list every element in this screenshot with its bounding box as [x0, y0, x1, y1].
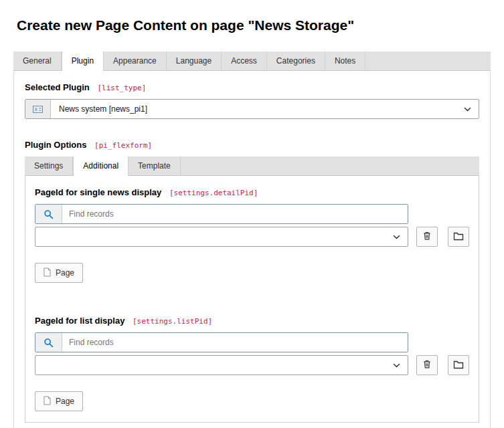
record-select-row: [35, 355, 469, 375]
chevron-down-icon: [386, 233, 408, 241]
field-label-row: PageId for single news display [settings…: [35, 187, 469, 199]
search-icon: [35, 205, 62, 223]
plugin-options-tabbar: Settings Additional Template: [25, 156, 479, 176]
find-records-input[interactable]: [62, 205, 408, 223]
subtab-additional[interactable]: Additional: [73, 156, 129, 175]
create-content-screen: Create new Page Content on page "News St…: [0, 17, 504, 428]
page-button-label: Page: [56, 397, 74, 406]
selected-plugin-value: News system [news_pi1]: [51, 100, 456, 118]
tab-general[interactable]: General: [13, 51, 62, 70]
selected-records-select[interactable]: [35, 227, 408, 247]
record-search-group: [35, 204, 408, 224]
folder-icon: [453, 360, 464, 371]
chevron-down-icon: [386, 361, 408, 370]
tab-language[interactable]: Language: [167, 51, 222, 70]
selected-plugin-code: [list_type]: [97, 84, 146, 92]
selected-plugin-select[interactable]: News system [news_pi1]: [25, 99, 479, 119]
field-code: [settings.listPid]: [133, 317, 212, 326]
main-tabbar: General Plugin Appearance Language Acces…: [13, 51, 491, 71]
selected-plugin-label: Selected Plugin: [25, 82, 90, 92]
record-search-group: [35, 332, 408, 352]
trash-icon: [422, 231, 432, 243]
tab-notes[interactable]: Notes: [325, 51, 365, 70]
page-button[interactable]: Page: [35, 391, 83, 411]
plugin-type-icon: [25, 100, 51, 118]
selected-plugin-label-row: Selected Plugin [list_type]: [25, 82, 479, 94]
tab-appearance[interactable]: Appearance: [104, 51, 167, 70]
find-records-input[interactable]: [62, 333, 408, 352]
trash-icon: [422, 359, 432, 371]
browse-records-button[interactable]: [448, 227, 469, 247]
plugin-options-panel: PageId for single news display [settings…: [25, 176, 479, 423]
tab-categories[interactable]: Categories: [267, 51, 325, 70]
tab-access[interactable]: Access: [222, 51, 267, 70]
page-title: Create new Page Content on page "News St…: [17, 17, 504, 33]
field-label: PageId for list display: [35, 316, 124, 326]
selected-records-select[interactable]: [35, 355, 408, 375]
field-label-row: PageId for list display [settings.listPi…: [35, 315, 469, 327]
plugin-options-code: [pi_flexform]: [94, 141, 152, 150]
folder-icon: [453, 231, 464, 243]
plugin-options-label-row: Plugin Options [pi_flexform]: [25, 139, 479, 151]
plugin-options-label: Plugin Options: [25, 140, 86, 150]
subtab-settings[interactable]: Settings: [25, 156, 73, 175]
search-icon: [35, 333, 62, 352]
tab-plugin[interactable]: Plugin: [62, 51, 104, 70]
delete-button[interactable]: [416, 355, 438, 375]
browse-records-button[interactable]: [448, 355, 469, 375]
field-list-pid: PageId for list display [settings.listPi…: [35, 315, 469, 411]
page-button[interactable]: Page: [35, 263, 83, 283]
delete-button[interactable]: [416, 227, 438, 247]
field-label: PageId for single news display: [35, 187, 161, 197]
subtab-template[interactable]: Template: [129, 156, 181, 175]
field-code: [settings.detailPid]: [169, 189, 258, 197]
page-icon: [44, 268, 51, 279]
page-button-label: Page: [56, 268, 74, 278]
chevron-down-icon: [456, 100, 479, 118]
record-select-row: [35, 227, 469, 247]
field-detail-pid: PageId for single news display [settings…: [35, 187, 469, 283]
content-panel: Selected Plugin [list_type] News system …: [13, 71, 491, 428]
page-icon: [44, 396, 51, 407]
